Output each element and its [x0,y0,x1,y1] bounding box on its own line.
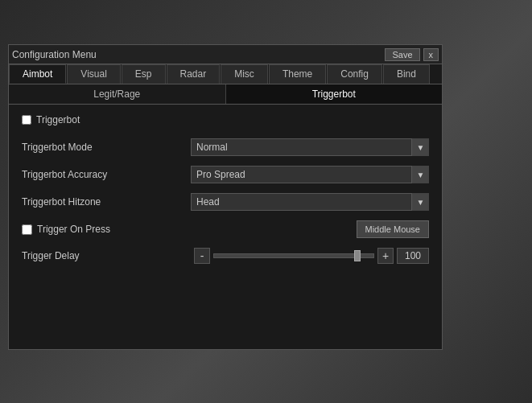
tab-esp[interactable]: Esp [122,64,166,84]
tab-visual[interactable]: Visual [67,64,120,84]
slider-thumb[interactable] [354,250,361,261]
triggerbot-checkbox-label: Triggerbot [36,114,80,125]
subtab-legitrage[interactable]: Legit/Rage [9,84,226,104]
mode-dropdown-wrapper: Normal Fast Slow ▼ [191,138,429,156]
accuracy-dropdown[interactable]: Pro Spread Normal High [191,166,429,183]
key-bind-button[interactable]: Middle Mouse [357,220,429,238]
mode-dropdown[interactable]: Normal Fast Slow [191,138,429,156]
tab-aimbot[interactable]: Aimbot [9,64,66,84]
titlebar: Configuration Menu Save x [9,45,442,64]
trigger-delay-row: Trigger Delay - + 100 [22,248,429,264]
trigger-on-press-label: Trigger On Press [37,224,110,235]
hitzone-row: Triggerbot Hitzone Head Body Legs ▼ [22,193,429,211]
hitzone-dropdown-wrapper: Head Body Legs ▼ [191,193,429,211]
nav-tabs: Aimbot Visual Esp Radar Misc Theme Confi… [9,64,442,84]
slider-value: 100 [397,248,429,264]
subtab-triggerbot[interactable]: Triggerbot [226,84,443,104]
titlebar-buttons: Save x [385,48,439,61]
config-window: Configuration Menu Save x Aimbot Visual … [8,44,443,350]
mode-row: Triggerbot Mode Normal Fast Slow ▼ [22,138,429,156]
window-title: Configuration Menu [12,49,97,60]
hitzone-label: Triggerbot Hitzone [22,196,191,208]
slider-track[interactable] [213,253,374,258]
mode-label: Triggerbot Mode [22,142,191,153]
trigger-on-press-left: Trigger On Press [22,224,191,235]
triggerbot-checkbox-row: Triggerbot [22,114,429,125]
save-button[interactable]: Save [385,48,419,61]
key-button-wrapper: Middle Mouse [191,220,429,238]
tab-config[interactable]: Config [327,64,382,84]
tab-radar[interactable]: Radar [167,64,221,84]
content-area: Triggerbot Triggerbot Mode Normal Fast S… [9,105,442,283]
trigger-on-press-checkbox[interactable] [22,224,32,235]
accuracy-row: Triggerbot Accuracy Pro Spread Normal Hi… [22,166,429,183]
triggerbot-checkbox[interactable] [22,115,31,125]
tab-misc[interactable]: Misc [221,64,268,84]
close-button[interactable]: x [423,48,439,61]
slider-minus-button[interactable]: - [194,248,210,264]
accuracy-label: Triggerbot Accuracy [22,169,191,180]
accuracy-dropdown-wrapper: Pro Spread Normal High ▼ [191,166,429,183]
trigger-delay-label: Trigger Delay [22,250,191,261]
hitzone-dropdown[interactable]: Head Body Legs [191,193,429,211]
tab-theme[interactable]: Theme [269,64,326,84]
sub-tabs: Legit/Rage Triggerbot [9,84,442,105]
trigger-on-press-row: Trigger On Press Middle Mouse [22,220,429,238]
slider-plus-button[interactable]: + [377,248,394,264]
tab-bind[interactable]: Bind [383,64,430,84]
